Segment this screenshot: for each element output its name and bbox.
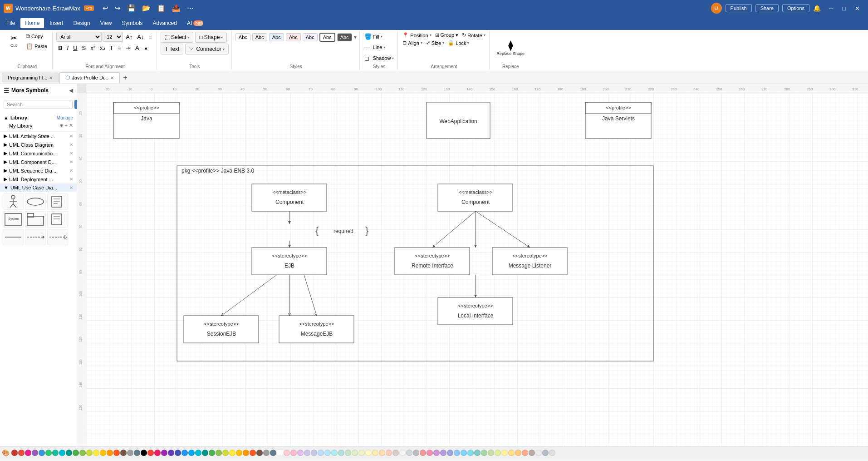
tab-java-close[interactable]: ✕ — [110, 75, 114, 80]
styles-expand-btn[interactable]: ▾ — [354, 34, 357, 40]
shadow-btn[interactable]: ◻ Shadow ▾ — [363, 55, 395, 62]
color-swatch-78[interactable] — [542, 450, 549, 456]
maximize-btn[interactable]: □ — [838, 3, 850, 14]
bullets-btn[interactable]: ≡ — [116, 44, 123, 52]
color-swatch-25[interactable] — [181, 450, 188, 456]
node-meta-component-2[interactable] — [438, 184, 513, 211]
style-swatch-5[interactable]: Abc — [303, 33, 318, 41]
menu-advanced[interactable]: Advanced — [148, 18, 181, 28]
color-swatch-38[interactable] — [270, 450, 276, 456]
color-swatch-28[interactable] — [202, 450, 208, 456]
color-swatch-48[interactable] — [338, 450, 344, 456]
clear-format-btn[interactable]: T — [108, 44, 115, 52]
strikethrough-btn[interactable]: S — [80, 44, 88, 52]
color-swatch-50[interactable] — [352, 450, 358, 456]
color-swatch-64[interactable] — [447, 450, 453, 456]
color-swatch-20[interactable] — [147, 450, 154, 456]
color-swatch-23[interactable] — [168, 450, 174, 456]
indent-btn[interactable]: ⇥ — [124, 44, 132, 52]
my-library-item[interactable]: My Library ⊞ + ✕ — [4, 122, 73, 129]
color-swatch-0[interactable] — [11, 450, 18, 456]
color-swatch-68[interactable] — [474, 450, 481, 456]
style-swatch-4[interactable]: Abc — [286, 33, 301, 41]
color-swatch-45[interactable] — [318, 450, 324, 456]
color-swatch-61[interactable] — [427, 450, 433, 456]
color-swatch-32[interactable] — [229, 450, 235, 456]
color-swatch-40[interactable] — [284, 450, 290, 456]
color-swatch-56[interactable] — [392, 450, 399, 456]
align-btn[interactable]: ≡ — [147, 33, 154, 41]
menu-insert[interactable]: Insert — [45, 18, 68, 28]
cat-close[interactable]: ✕ — [69, 185, 73, 190]
color-swatch-16[interactable] — [120, 450, 127, 456]
color-swatch-9[interactable] — [73, 450, 79, 456]
cat-uml-sequence[interactable]: ▶ UML Sequence Dia... ✕ — [0, 166, 77, 175]
cat-uml-activity[interactable]: ▶ UML Activity State ... ✕ — [0, 132, 77, 140]
color-swatch-55[interactable] — [386, 450, 392, 456]
color-swatch-54[interactable] — [379, 450, 385, 456]
style-swatch-6[interactable]: Abc — [319, 33, 335, 42]
notification-icon[interactable]: 🔔 — [813, 5, 821, 12]
color-swatch-60[interactable] — [420, 450, 426, 456]
color-swatch-15[interactable] — [113, 450, 120, 456]
add-tab-btn[interactable]: + — [121, 73, 130, 83]
color-swatch-33[interactable] — [236, 450, 242, 456]
text-tool-btn[interactable]: T Text — [161, 44, 183, 55]
color-swatch-13[interactable] — [100, 450, 106, 456]
color-swatch-76[interactable] — [529, 450, 535, 456]
color-swatch-19[interactable] — [141, 450, 147, 456]
cat-close[interactable]: ✕ — [69, 168, 73, 173]
color-swatch-41[interactable] — [290, 450, 297, 456]
tab-programming[interactable]: Programming Fl... ✕ — [2, 73, 59, 82]
node-stereo-ejb[interactable] — [252, 248, 327, 275]
select-tool-btn[interactable]: ⬚ Select ▾ — [161, 32, 193, 43]
color-swatch-6[interactable] — [52, 450, 59, 456]
cat-uml-comm[interactable]: ▶ UML Communicatio... ✕ — [0, 149, 77, 158]
menu-file[interactable]: File — [2, 18, 20, 28]
underline-btn[interactable]: U — [71, 44, 79, 52]
template-btn[interactable]: 📋 — [155, 3, 168, 13]
add-library-btn[interactable]: + — [65, 123, 68, 129]
cat-close[interactable]: ✕ — [69, 134, 73, 139]
increase-font-btn[interactable]: A↑ — [124, 33, 134, 41]
cat-close[interactable]: ✕ — [69, 177, 73, 182]
replace-shape-btn[interactable]: ⧫ Replace Shape — [493, 39, 529, 57]
sym-pkg[interactable] — [25, 211, 46, 228]
open-btn[interactable]: 📂 — [140, 3, 153, 13]
copy-btn[interactable]: ⧉Copy — [24, 32, 49, 41]
library-header[interactable]: ▲ Library Manage — [4, 114, 73, 122]
close-btn[interactable]: ✕ — [850, 3, 864, 14]
rotate-btn[interactable]: ↻ Rotate ▾ — [461, 32, 486, 39]
cat-close[interactable]: ✕ — [69, 142, 73, 147]
bold-btn[interactable]: B — [56, 44, 64, 52]
color-swatch-74[interactable] — [515, 450, 521, 456]
style-swatch-1[interactable]: Abc — [235, 33, 250, 41]
menu-ai[interactable]: AI hot — [182, 18, 208, 28]
cat-close[interactable]: ✕ — [69, 151, 73, 156]
style-swatch-7[interactable]: Abc — [337, 33, 352, 41]
color-swatch-66[interactable] — [461, 450, 467, 456]
tab-programming-close[interactable]: ✕ — [49, 75, 53, 80]
cat-uml-usecase[interactable]: ▼ UML Use Case Dia... ✕ — [0, 183, 77, 192]
sym-actor[interactable] — [3, 193, 24, 210]
position-btn[interactable]: 📍 Position ▾ — [402, 32, 432, 39]
manage-label[interactable]: Manage — [57, 115, 73, 120]
color-swatch-5[interactable] — [45, 450, 52, 456]
color-swatch-27[interactable] — [195, 450, 201, 456]
diagram-canvas[interactable]: pkg <<profile>> Java ENB 3.0 <<profile>>… — [86, 93, 868, 446]
color-swatch-44[interactable] — [311, 450, 317, 456]
sym-note[interactable] — [47, 193, 68, 210]
color-swatch-24[interactable] — [175, 450, 181, 456]
align-btn[interactable]: ⊟ Align ▾ — [402, 40, 423, 46]
node-stereo-local[interactable] — [438, 297, 513, 325]
connector-tool-btn[interactable]: ⟋ Connector ▾ — [185, 44, 228, 55]
node-stereo-messageejb[interactable] — [279, 316, 354, 343]
color-swatch-21[interactable] — [154, 450, 161, 456]
sym-assoc[interactable] — [3, 229, 24, 245]
color-swatch-35[interactable] — [250, 450, 256, 456]
highlight-btn[interactable]: ▲ — [142, 45, 150, 51]
color-swatch-22[interactable] — [161, 450, 167, 456]
cut-btn[interactable]: ✂ Cut — [5, 32, 23, 49]
color-swatch-72[interactable] — [501, 450, 508, 456]
color-swatch-37[interactable] — [263, 450, 270, 456]
